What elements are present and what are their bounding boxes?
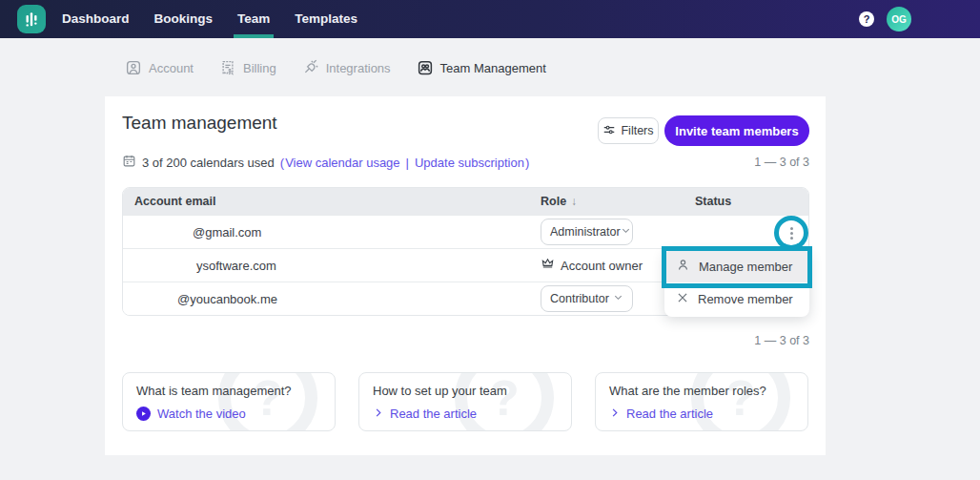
account-owner-role: Account owner: [541, 257, 643, 274]
account-owner-label: Account owner: [561, 259, 643, 273]
person-icon: [676, 258, 690, 275]
chevron-right-icon: [373, 407, 383, 421]
top-navbar: Dashboard Bookings Team Templates ? OG: [0, 0, 980, 38]
row-actions-kebab-button-highlighted[interactable]: [774, 216, 808, 250]
tab-integrations[interactable]: Integrations: [302, 59, 391, 76]
tab-account[interactable]: Account: [125, 59, 194, 76]
tab-integrations-label: Integrations: [326, 61, 391, 75]
calendar-usage-row: 3 of 200 calendars used ( View calendar …: [122, 154, 529, 171]
member-context-menu: Manage member Remove member: [664, 250, 809, 317]
avatar[interactable]: OG: [887, 7, 911, 31]
watch-the-video-link[interactable]: Watch the video: [136, 407, 335, 421]
account-email-cell: ysoftware.com: [123, 259, 541, 273]
read-the-article-label: Read the article: [626, 407, 713, 421]
role-cell: Administrator: [541, 219, 681, 245]
question-mark-watermark-icon: ?: [455, 372, 554, 431]
remove-member-label: Remove member: [698, 292, 793, 306]
account-icon: [125, 59, 142, 76]
tab-team-management-label: Team Management: [440, 61, 546, 75]
header-status: Status: [681, 195, 808, 208]
pagination-label-bottom: 1 — 3 of 3: [754, 334, 809, 347]
team-management-icon: [417, 59, 434, 76]
filters-icon: [602, 123, 616, 139]
chevron-down-icon: [621, 225, 631, 239]
filters-button-label: Filters: [621, 124, 653, 137]
tab-team-management[interactable]: Team Management: [417, 59, 546, 76]
usage-open-paren: (: [280, 156, 284, 170]
read-the-article-label: Read the article: [390, 407, 477, 421]
kebab-menu-icon: [790, 227, 793, 240]
account-email-cell: @youcanbook.me: [123, 292, 541, 306]
role-dropdown[interactable]: Administrator: [541, 219, 633, 245]
header-role[interactable]: Role ↓: [541, 195, 681, 208]
nav-item-bookings[interactable]: Bookings: [142, 0, 226, 38]
role-dropdown-value: Contributor: [550, 292, 609, 305]
chevron-down-icon: [613, 292, 623, 305]
crown-icon: [541, 257, 555, 274]
help-card-title: What is team management?: [136, 384, 335, 398]
account-email-cell: @gmail.com: [123, 225, 541, 240]
help-card-title: What are the member roles?: [609, 384, 807, 398]
help-card-member-roles: ? What are the member roles? Read the ar…: [595, 372, 808, 431]
team-management-page: Dashboard Bookings Team Templates ? OG A…: [0, 0, 980, 480]
usage-close-paren: ): [525, 156, 529, 170]
help-card-what-is-team-management: ? What is team management? Watch the vid…: [122, 372, 336, 431]
calendar-icon: [122, 154, 136, 171]
manage-member-label: Manage member: [699, 260, 792, 274]
sort-descending-icon[interactable]: ↓: [571, 195, 577, 208]
question-mark-watermark-icon: ?: [218, 372, 317, 431]
table-header-row: Account email Role ↓ Status: [123, 188, 808, 215]
settings-tabs: Account Billing Integrations: [125, 59, 546, 76]
question-mark-watermark-icon: ?: [691, 372, 790, 431]
help-card-title: How to set up your team: [373, 384, 571, 398]
billing-icon: [219, 59, 236, 76]
role-dropdown-value: Administrator: [550, 225, 621, 239]
tab-account-label: Account: [149, 61, 194, 75]
usage-separator: |: [406, 156, 409, 170]
page-title: Team management: [122, 113, 277, 134]
update-subscription-link[interactable]: Update subscription: [415, 156, 524, 170]
header-role-label: Role: [541, 195, 566, 208]
bar-chart-logo-icon: [21, 9, 42, 30]
x-icon: [676, 291, 689, 307]
filters-button[interactable]: Filters: [598, 117, 659, 144]
usage-text: 3 of 200 calendars used: [142, 156, 275, 170]
help-cards-row: ? What is team management? Watch the vid…: [122, 372, 808, 431]
header-account-email-label: Account email: [134, 195, 215, 208]
tab-billing-label: Billing: [243, 61, 276, 75]
role-dropdown[interactable]: Contributor: [541, 285, 633, 312]
pagination-label-top: 1 — 3 of 3: [754, 156, 809, 169]
table-row: @gmail.com Administrator: [123, 215, 808, 248]
team-management-card: Team management Filters Invite team memb…: [105, 96, 826, 455]
manage-member-menu-item[interactable]: Manage member: [664, 250, 809, 282]
nav-item-templates[interactable]: Templates: [282, 0, 370, 38]
integrations-icon: [302, 59, 319, 76]
chevron-right-icon: [609, 407, 620, 421]
read-the-article-link[interactable]: Read the article: [609, 407, 807, 421]
help-icon[interactable]: ?: [859, 11, 874, 27]
header-account-email: Account email: [123, 195, 541, 208]
read-the-article-link[interactable]: Read the article: [373, 407, 571, 421]
help-card-set-up-your-team: ? How to set up your team Read the artic…: [358, 372, 572, 431]
role-cell: Account owner: [541, 257, 681, 274]
role-cell: Contributor: [541, 285, 681, 312]
tab-billing[interactable]: Billing: [219, 59, 276, 76]
play-icon: [136, 407, 151, 421]
remove-member-menu-item[interactable]: Remove member: [664, 282, 809, 315]
youcanbookme-logo[interactable]: [17, 5, 46, 33]
header-status-label: Status: [695, 195, 731, 208]
watch-the-video-label: Watch the video: [157, 407, 246, 421]
nav-item-team[interactable]: Team: [225, 0, 282, 38]
primary-navigation: Dashboard Bookings Team Templates: [50, 0, 370, 38]
nav-item-dashboard[interactable]: Dashboard: [50, 0, 142, 38]
invite-team-members-button[interactable]: Invite team members: [664, 115, 809, 146]
view-calendar-usage-link[interactable]: View calendar usage: [285, 156, 399, 170]
